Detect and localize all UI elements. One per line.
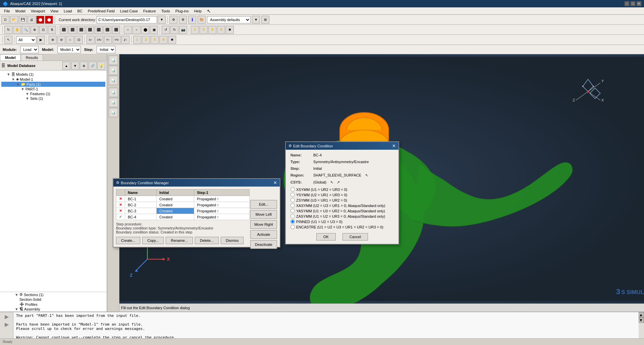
- tb-icon2[interactable]: ⚙: [179, 16, 187, 24]
- copy-button[interactable]: Copy...: [142, 237, 164, 244]
- table-row[interactable]: ✓ BC-4 Created Propagated ↑: [116, 214, 250, 220]
- radio-xasymm[interactable]: XASYMM (U2 = U3 = UR1 = 0; Abaqus/Standa…: [290, 203, 394, 208]
- view3d-1[interactable]: ⬛: [60, 26, 68, 34]
- expand-icon[interactable]: ▼: [25, 92, 30, 96]
- cam-btn[interactable]: 📷: [179, 26, 187, 34]
- radio-xasymm-input[interactable]: [290, 203, 295, 208]
- step-select[interactable]: Initial: [97, 46, 115, 53]
- msg-icon2[interactable]: ▶: [5, 321, 9, 328]
- tb-render2[interactable]: ▼: [252, 16, 260, 24]
- n3-btn[interactable]: 3: [151, 36, 159, 44]
- expand-icon[interactable]: ▼: [15, 293, 19, 297]
- cancel-button[interactable]: Cancel: [342, 233, 368, 240]
- menu-plugins[interactable]: Plug-ins: [173, 8, 192, 14]
- undo-btn[interactable]: ⬤: [36, 16, 44, 24]
- axis-yr[interactable]: Y↻: [113, 36, 121, 44]
- radio-zasymm[interactable]: ZASYMM (U1 = U2 = UR3 = 0; Abaqus/Standa…: [290, 214, 394, 218]
- tree-item-part1[interactable]: ▼ PART-1: [1, 87, 105, 91]
- expand-icon[interactable]: ▼: [7, 72, 11, 76]
- sel-btn1[interactable]: ▶: [37, 36, 45, 44]
- edit-button[interactable]: Edit...: [250, 200, 277, 209]
- sel-btn3[interactable]: ⊖: [57, 36, 65, 44]
- menu-model[interactable]: Model: [13, 8, 28, 14]
- rename-button[interactable]: Rename...: [166, 237, 193, 244]
- radio-encastre-input[interactable]: [290, 225, 295, 229]
- table-row[interactable]: ✕ BC-2 Created Propagated ↑: [116, 202, 250, 208]
- left-tb-down[interactable]: ▼: [71, 62, 79, 70]
- menu-view[interactable]: View: [48, 8, 61, 14]
- vp-btn4[interactable]: 📊: [109, 88, 118, 97]
- model-select[interactable]: Model-1: [57, 46, 81, 53]
- edit-bc-close[interactable]: ✕: [392, 143, 396, 148]
- menu-viewport[interactable]: Viewport: [28, 8, 48, 14]
- save-btn[interactable]: 💾: [19, 16, 27, 24]
- menu-tools[interactable]: Tools: [159, 8, 173, 14]
- select-all[interactable]: All: [16, 36, 36, 44]
- left-tb-link[interactable]: 🔗: [89, 62, 97, 70]
- module-select[interactable]: Load: [20, 46, 39, 53]
- tree-item-parts[interactable]: ▼ 📁 Parts (1): [1, 82, 105, 87]
- edit-bc-title-bar[interactable]: ⚙ Edit Boundary Condition ✕: [286, 142, 398, 150]
- menu-load[interactable]: Load: [61, 8, 74, 14]
- tree-item-features[interactable]: ▼ Features (1): [1, 91, 105, 96]
- radio-encastre[interactable]: ENCASTRE (U1 = U2 = U3 = UR1 = UR2 = UR3…: [290, 225, 394, 229]
- num1[interactable]: 1: [191, 26, 199, 34]
- circle-btn1[interactable]: ○: [124, 26, 132, 34]
- maximize-button[interactable]: □: [631, 1, 635, 6]
- zoomin-btn[interactable]: ⊕: [31, 26, 39, 34]
- radio-yasymm[interactable]: YASYMM (U1 = U3 = UR2 = 0; Abaqus/Standa…: [290, 209, 394, 213]
- expand-icon[interactable]: ▼: [21, 87, 25, 91]
- activate-button[interactable]: Activate: [250, 230, 277, 239]
- view3d-2[interactable]: ⬛: [68, 26, 76, 34]
- bc-manager-title-bar[interactable]: ⚙ Boundary Condition Manager ✕: [113, 179, 280, 187]
- move-right-button[interactable]: Move Right: [250, 220, 277, 229]
- num2[interactable]: 2: [200, 26, 208, 34]
- bc-manager-close[interactable]: ✕: [273, 180, 277, 185]
- left-tb-up[interactable]: ▲: [62, 62, 70, 70]
- n1-btn[interactable]: 1: [133, 36, 141, 44]
- axis-z[interactable]: Z↑: [121, 36, 129, 44]
- region-select-icon[interactable]: ↖: [365, 173, 368, 178]
- view3d-4[interactable]: ⬛: [86, 26, 94, 34]
- circle-btn2[interactable]: ○: [132, 26, 141, 34]
- sel-btn4[interactable]: ↔: [66, 36, 74, 44]
- radio-ysymm[interactable]: YSYMM (U2 = UR1 = UR3 = 0): [290, 193, 394, 197]
- vp-btn5[interactable]: 📊: [109, 98, 118, 107]
- cw-btn[interactable]: ↻: [170, 26, 178, 34]
- view3d-7[interactable]: ⬛: [112, 26, 120, 34]
- radio-pinned[interactable]: PINNED (U1 = U2 = U3 = 0): [290, 219, 394, 224]
- expand-icon[interactable]: ▼: [25, 96, 30, 100]
- message-scrollbar[interactable]: ▲ ▼: [639, 312, 644, 338]
- tb-render[interactable]: 🎨: [198, 16, 206, 24]
- tab-results[interactable]: Results: [21, 54, 43, 61]
- radio-ysymm-input[interactable]: [290, 193, 295, 197]
- menu-bc[interactable]: BC: [74, 8, 85, 14]
- move-left-button[interactable]: Move Left: [250, 210, 277, 219]
- redo-btn[interactable]: ⬤: [45, 16, 53, 24]
- cwd-input[interactable]: [97, 16, 157, 23]
- tree-item-profiles[interactable]: ➕ Profiles: [0, 302, 107, 307]
- num3[interactable]: 3: [208, 26, 216, 34]
- tree-item-sets[interactable]: ▼ Sets (1): [1, 96, 105, 101]
- radio-yasymm-input[interactable]: [290, 209, 295, 213]
- left-tb-bulb[interactable]: 💡: [97, 62, 105, 70]
- fit-btn[interactable]: ⊡: [39, 26, 47, 34]
- num4[interactable]: 4: [217, 26, 225, 34]
- menu-feature[interactable]: Feature: [141, 8, 159, 14]
- view3d-6[interactable]: ⬛: [103, 26, 111, 34]
- vp-btn1[interactable]: 📊: [109, 56, 118, 65]
- radio-zsymm-input[interactable]: [290, 198, 295, 202]
- tree-item-assembly[interactable]: ▼ 🏗 Assembly: [0, 307, 107, 312]
- star-btn[interactable]: ✱: [226, 26, 234, 34]
- view3d-5[interactable]: ⬛: [95, 26, 103, 34]
- dismiss-button[interactable]: Dismiss: [221, 237, 244, 244]
- axis-x[interactable]: X↑: [87, 36, 95, 44]
- zoom-btn[interactable]: 🔍: [22, 26, 30, 34]
- tb-info[interactable]: ℹ: [188, 16, 196, 24]
- csys-icon2[interactable]: ↗: [337, 180, 340, 185]
- delete-button[interactable]: Delete...: [195, 237, 219, 244]
- tb-grid[interactable]: ⊞: [261, 16, 269, 24]
- create-button[interactable]: Create...: [116, 237, 140, 244]
- csys-icon1[interactable]: ↖: [330, 180, 333, 185]
- vp-btn3[interactable]: 📊: [109, 76, 118, 85]
